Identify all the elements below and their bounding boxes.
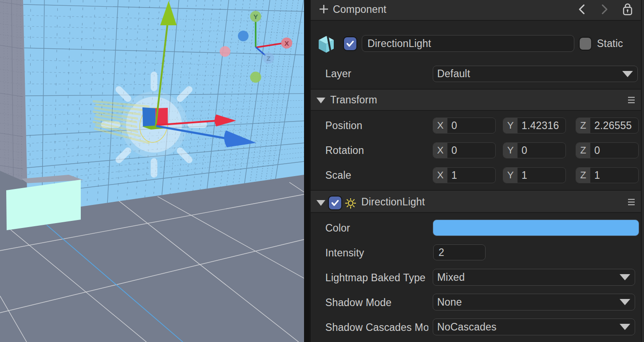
svg-text:Y: Y (253, 13, 258, 20)
svg-text:X: X (284, 39, 289, 47)
svg-text:Z: Z (266, 55, 270, 62)
